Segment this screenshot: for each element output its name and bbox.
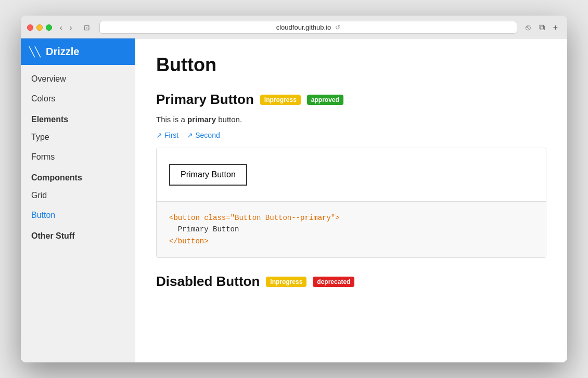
sidebar-brand-name: Drizzle xyxy=(46,46,79,58)
code-block-primary: <button class="Button Button--primary"> … xyxy=(157,202,546,257)
demo-box-primary: Primary Button <button class="Button But… xyxy=(156,148,546,258)
url-text: cloudfour.github.io xyxy=(276,23,331,31)
code-close-tag: </button> xyxy=(169,237,209,245)
nav-buttons: ‹ › xyxy=(57,22,74,33)
tab-layout-button[interactable]: ⊡ xyxy=(80,22,94,33)
sidebar-item-overview[interactable]: Overview xyxy=(21,69,135,89)
address-bar[interactable]: cloudfour.github.io ↺ xyxy=(99,21,517,34)
component-links: ↗ First ↗ Second xyxy=(156,131,546,139)
forward-button[interactable]: › xyxy=(67,22,75,33)
external-link-icon-second: ↗ xyxy=(187,131,193,139)
disabled-button-section: Disabled Button inprogress deprecated xyxy=(156,273,546,290)
sidebar-section-components: Components xyxy=(21,167,135,186)
code-line-1: <button class="Button Button--primary"> xyxy=(169,212,533,224)
code-open-tag: <button class= xyxy=(169,214,231,222)
badge-deprecated: deprecated xyxy=(313,277,354,287)
code-class-value: "Button Button--primary" xyxy=(231,214,336,222)
refresh-icon[interactable]: ↺ xyxy=(335,24,340,31)
sidebar-item-colors[interactable]: Colors xyxy=(21,89,135,109)
sidebar-nav: Overview Colors Elements Type Forms Comp… xyxy=(21,65,135,248)
sidebar-header: ╲╲ Drizzle xyxy=(21,38,135,65)
share-button[interactable]: ⎋ xyxy=(522,22,534,33)
badge-inprogress: inprogress xyxy=(260,95,301,105)
app-body: ╲╲ Drizzle Overview Colors Elements Type… xyxy=(21,38,567,362)
component-header-disabled: Disabled Button inprogress deprecated xyxy=(156,273,546,290)
traffic-lights xyxy=(27,24,52,31)
close-button[interactable] xyxy=(27,24,33,31)
component-header-primary: Primary Button inprogress approved xyxy=(156,92,546,108)
badge-approved: approved xyxy=(307,95,343,105)
primary-button-section: Primary Button inprogress approved This … xyxy=(156,92,546,258)
link-first[interactable]: ↗ First xyxy=(156,131,178,139)
duplicate-button[interactable]: ⧉ xyxy=(536,22,548,33)
sidebar-section-other: Other Stuff xyxy=(21,225,135,244)
demo-preview-primary: Primary Button xyxy=(157,148,546,202)
sidebar-section-elements: Elements xyxy=(21,109,135,127)
new-tab-button[interactable]: + xyxy=(550,22,561,33)
primary-button-demo[interactable]: Primary Button xyxy=(169,164,247,186)
code-close-angle: > xyxy=(335,214,339,222)
sidebar-item-grid[interactable]: Grid xyxy=(21,186,135,205)
sidebar-item-forms[interactable]: Forms xyxy=(21,147,135,167)
browser-chrome: ‹ › ⊡ cloudfour.github.io ↺ ⎋ ⧉ + xyxy=(21,16,567,38)
minimize-button[interactable] xyxy=(36,24,43,31)
component-title-disabled: Disabled Button xyxy=(156,273,260,290)
link-second[interactable]: ↗ Second xyxy=(187,131,220,139)
back-button[interactable]: ‹ xyxy=(57,22,65,33)
main-content: Button Primary Button inprogress approve… xyxy=(135,38,567,362)
sidebar-item-button[interactable]: Button xyxy=(21,205,135,225)
code-line-3: </button> xyxy=(169,236,533,247)
code-line-2: Primary Button xyxy=(169,224,533,235)
sidebar-item-type[interactable]: Type xyxy=(21,127,135,147)
component-description-primary: This is a primary button. xyxy=(156,115,546,124)
fullscreen-button[interactable] xyxy=(46,24,52,31)
badge-inprogress-disabled: inprogress xyxy=(266,277,306,287)
external-link-icon-first: ↗ xyxy=(156,131,162,139)
browser-actions: ⎋ ⧉ + xyxy=(522,22,561,33)
sidebar: ╲╲ Drizzle Overview Colors Elements Type… xyxy=(21,38,135,362)
component-title-primary: Primary Button xyxy=(156,92,254,108)
code-button-text: Primary Button xyxy=(169,225,239,233)
drizzle-logo-icon: ╲╲ xyxy=(29,46,41,58)
browser-window: ‹ › ⊡ cloudfour.github.io ↺ ⎋ ⧉ + ╲╲ Dri… xyxy=(21,16,567,362)
page-title: Button xyxy=(156,54,546,76)
